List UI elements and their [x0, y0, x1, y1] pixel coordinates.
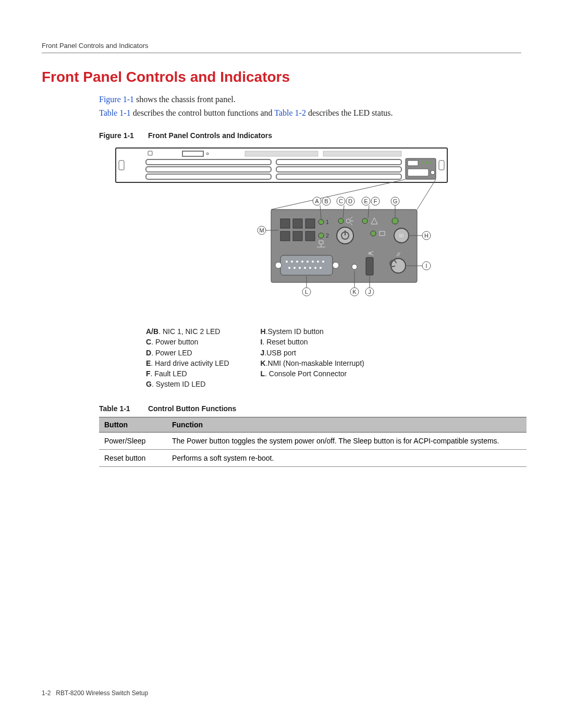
figure-legend: A/B. NIC 1, NIC 2 LED C. Power button D.…: [146, 326, 521, 390]
svg-rect-1: [119, 161, 124, 170]
svg-point-61: [293, 267, 296, 269]
svg-rect-27: [280, 231, 290, 241]
svg-rect-19: [408, 169, 429, 176]
svg-text://: //: [396, 251, 400, 257]
svg-text:F: F: [374, 198, 377, 204]
svg-rect-51: [280, 255, 333, 275]
svg-text:2: 2: [326, 232, 329, 239]
svg-rect-2: [439, 161, 444, 170]
table-row: Reset button Performs a soft system re-b…: [99, 449, 527, 466]
svg-point-45: [362, 218, 368, 224]
svg-point-55: [301, 261, 303, 263]
table-1-2-link[interactable]: Table 1-2: [274, 108, 306, 117]
page-footer: 1-2 RBT-8200 Wireless Switch Setup: [42, 689, 148, 697]
svg-point-66: [320, 267, 322, 269]
figure-caption: Figure 1-1 Front Panel Controls and Indi…: [42, 131, 521, 140]
svg-point-56: [307, 261, 309, 263]
svg-point-67: [275, 262, 282, 268]
control-button-functions-table: Button Function Power/Sleep The Power bu…: [99, 417, 527, 467]
svg-text:G: G: [393, 198, 398, 204]
legend-left-col: A/B. NIC 1, NIC 2 LED C. Power button D.…: [146, 326, 229, 390]
svg-point-64: [309, 267, 311, 269]
svg-point-32: [319, 233, 324, 238]
svg-point-69: [352, 264, 357, 269]
svg-text:H: H: [424, 232, 429, 239]
svg-rect-7: [323, 151, 401, 156]
svg-text:B: B: [324, 198, 328, 204]
table-caption: Table 1-1 Control Button Functions: [42, 404, 521, 413]
svg-point-52: [286, 261, 288, 263]
svg-text:C: C: [339, 198, 343, 204]
vent-grill: [245, 151, 401, 156]
svg-point-16: [421, 162, 423, 164]
svg-rect-29: [305, 231, 315, 241]
svg-rect-26: [305, 219, 315, 228]
svg-point-5: [206, 153, 209, 155]
intro-para-1: Figure 1-1 shows the chassis front panel…: [42, 95, 521, 104]
svg-text:I: I: [425, 263, 427, 269]
svg-point-48: [392, 218, 398, 224]
svg-point-57: [312, 261, 314, 263]
svg-point-54: [296, 261, 298, 263]
svg-point-17: [425, 162, 427, 164]
legend-right-col: H.System ID button I. Reset button J.USB…: [261, 326, 364, 390]
intro-para-1-rest: shows the chassis front panel.: [134, 95, 236, 104]
col-function: Function: [167, 417, 527, 432]
svg-point-58: [317, 261, 319, 263]
svg-text:L: L: [305, 289, 308, 295]
svg-rect-28: [293, 231, 302, 241]
svg-point-37: [338, 218, 344, 224]
svg-rect-25: [293, 219, 302, 228]
svg-text:J: J: [368, 289, 371, 295]
table-row: Power/Sleep The Power button toggles the…: [99, 432, 527, 449]
front-panel-diagram: 1 2: [115, 147, 448, 305]
svg-rect-3: [148, 151, 152, 155]
svg-rect-6: [245, 151, 318, 156]
footer-doc-title: RBT-8200 Wireless Switch Setup: [56, 689, 148, 697]
svg-point-65: [314, 267, 316, 269]
col-button: Button: [99, 417, 167, 432]
figure-title: Front Panel Controls and Indicators: [148, 131, 272, 140]
svg-text:A: A: [315, 198, 319, 204]
page-title: Front Panel Controls and Indicators: [42, 69, 521, 85]
svg-point-20: [431, 170, 435, 175]
svg-point-60: [288, 267, 290, 269]
footer-page-number: 1-2: [42, 689, 51, 697]
svg-point-30: [319, 219, 324, 225]
svg-point-62: [299, 267, 301, 269]
svg-point-68: [333, 262, 339, 268]
table-number: Table 1-1: [99, 404, 146, 413]
svg-point-46: [371, 231, 376, 236]
svg-point-53: [291, 261, 293, 263]
svg-text:E: E: [364, 198, 368, 204]
intro-para-2: Table 1-1 describes the control button f…: [42, 108, 521, 118]
svg-point-59: [322, 261, 324, 263]
svg-text:D: D: [348, 198, 352, 204]
svg-text:M: M: [259, 227, 264, 233]
svg-text:1: 1: [326, 219, 329, 225]
svg-point-63: [304, 267, 306, 269]
figure-1-1-link[interactable]: Figure 1-1: [99, 95, 134, 104]
figure-number: Figure 1-1: [99, 131, 146, 140]
svg-line-22: [417, 179, 436, 209]
svg-rect-70: [366, 257, 373, 275]
svg-line-21: [271, 179, 406, 209]
svg-rect-24: [280, 219, 290, 228]
table-1-1-link[interactable]: Table 1-1: [99, 108, 131, 117]
svg-rect-15: [408, 161, 418, 166]
svg-text:ID: ID: [399, 233, 405, 238]
svg-text:K: K: [352, 289, 357, 295]
table-title: Control Button Functions: [148, 404, 237, 413]
svg-point-18: [430, 162, 432, 164]
running-head: Front Panel Controls and Indicators: [42, 42, 521, 53]
